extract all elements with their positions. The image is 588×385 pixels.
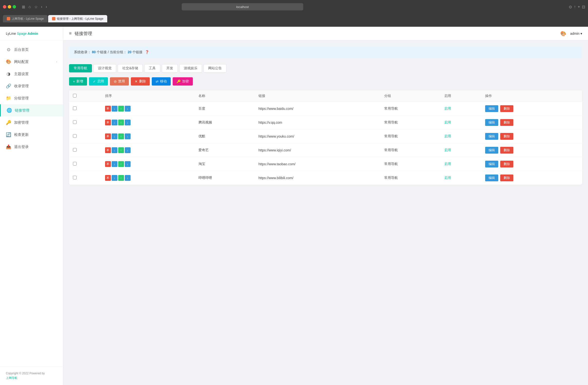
download-icon[interactable]: ⊙ <box>569 5 572 9</box>
col-checkbox <box>69 90 101 102</box>
encrypt-link-button[interactable]: 🔑 加密 <box>173 77 193 85</box>
sidebar-toggle-button[interactable]: ⊞ <box>21 4 26 10</box>
col-group: 分组 <box>380 90 441 102</box>
delete-button-1[interactable]: 删除 <box>500 105 513 112</box>
sort-down-button-3[interactable]: ↓ <box>125 133 131 139</box>
cat-tab-nav[interactable]: 常用导航 <box>69 64 92 72</box>
sort-up-button-4[interactable]: ↑ <box>118 147 124 153</box>
add-link-button[interactable]: + 新增 <box>69 77 87 85</box>
row-checkbox-6[interactable] <box>73 176 77 179</box>
row-checkbox-4[interactable] <box>73 148 77 152</box>
site-config-icon: 🎨 <box>6 59 11 64</box>
cat-tab-notice[interactable]: 网站公告 <box>204 64 226 72</box>
sort-last-button-1[interactable]: ↓ <box>112 106 117 112</box>
sort-up-button-1[interactable]: ↑ <box>118 106 124 112</box>
edit-button-6[interactable]: 编辑 <box>485 175 498 181</box>
back-button[interactable]: ‹ <box>40 4 43 9</box>
edit-button-5[interactable]: 编辑 <box>485 161 498 167</box>
sort-last-button-2[interactable]: ↓ <box>112 120 117 125</box>
cat-tab-design[interactable]: 设计视觉 <box>93 64 116 72</box>
batch-delete-button[interactable]: ✕ 删除 <box>131 77 150 85</box>
split-view-icon[interactable]: ⊡ <box>582 5 585 9</box>
sort-first-button-6[interactable]: 不 <box>105 175 111 181</box>
sidebar-item-update-label: 检查更新 <box>14 132 29 137</box>
sort-buttons-3: 不 ↓ ↑ ↓ <box>105 133 191 139</box>
sidebar-item-link[interactable]: 🌐 链接管理 <box>0 104 63 116</box>
disable-link-button[interactable]: ⊘ 禁用 <box>110 77 129 85</box>
maximize-window-button[interactable] <box>13 5 16 8</box>
close-window-button[interactable] <box>3 5 6 8</box>
help-icon[interactable]: ❓ <box>145 50 149 54</box>
forward-button[interactable]: › <box>45 4 48 9</box>
edit-button-3[interactable]: 编辑 <box>485 133 498 140</box>
sidebar-item-logout[interactable]: 📤 退出登录 <box>0 141 63 153</box>
cat-tab-tools[interactable]: 工具 <box>144 64 160 72</box>
bookmark-button[interactable]: ☆ <box>33 4 39 10</box>
cat-tab-dev[interactable]: 开发 <box>162 64 178 72</box>
delete-button-3[interactable]: 删除 <box>500 133 513 140</box>
edit-button-1[interactable]: 编辑 <box>485 105 498 112</box>
cat-tab-social[interactable]: 社交&存储 <box>118 64 143 72</box>
sort-first-button-2[interactable]: 不 <box>105 120 111 125</box>
header-left: ≡ 链接管理 <box>69 31 92 37</box>
sidebar-item-dashboard[interactable]: ⊙ 后台首页 <box>0 43 63 56</box>
user-menu[interactable]: admin ▾ <box>570 32 582 36</box>
edit-button-2[interactable]: 编辑 <box>485 119 498 126</box>
sort-first-button-3[interactable]: 不 <box>105 133 111 139</box>
logo-spage: Spage <box>16 32 27 36</box>
chevron-right-icon: › <box>56 60 57 63</box>
sort-last-button-3[interactable]: ↓ <box>112 133 117 139</box>
powered-by-link[interactable]: 上网导航 <box>6 376 57 380</box>
sidebar-item-site-config-label: 网站配置 <box>14 60 29 64</box>
move-link-button[interactable]: ⇄ 移动 <box>152 77 171 85</box>
row-status-4: 启用 <box>444 148 451 152</box>
sidebar-item-theme[interactable]: ◑ 主题设置 <box>0 68 63 80</box>
enable-link-button[interactable]: ✓ 启用 <box>89 77 108 85</box>
logo-admin: Admin <box>27 32 38 36</box>
sidebar-item-encrypt[interactable]: 🔑 加密管理 <box>0 116 63 129</box>
sort-first-button-5[interactable]: 不 <box>105 161 111 167</box>
new-tab-icon[interactable]: + <box>578 5 580 9</box>
sort-last-button-5[interactable]: ↓ <box>112 161 117 167</box>
tab-2[interactable]: 链接管理 - 上网导航 - LyLme Spage <box>48 15 107 22</box>
sort-down-button-1[interactable]: ↓ <box>125 106 131 112</box>
sort-down-button-5[interactable]: ↓ <box>125 161 131 167</box>
palette-icon[interactable]: 🎨 <box>560 31 566 37</box>
user-label: admin <box>570 32 580 36</box>
delete-icon: ✕ <box>135 80 138 83</box>
sort-up-button-2[interactable]: ↑ <box>118 120 124 125</box>
edit-button-4[interactable]: 编辑 <box>485 147 498 154</box>
row-checkbox-3[interactable] <box>73 134 77 138</box>
sort-up-button-3[interactable]: ↑ <box>118 133 124 139</box>
row-checkbox-1[interactable] <box>73 106 77 110</box>
home-button[interactable]: ⌂ <box>27 4 32 9</box>
sidebar-item-update[interactable]: 🔄 检查更新 <box>0 129 63 141</box>
encrypt-label: 加密 <box>182 79 189 84</box>
row-checkbox-5[interactable] <box>73 162 77 165</box>
sort-last-button-4[interactable]: ↓ <box>112 147 117 153</box>
sidebar-item-site-config[interactable]: 🎨 网站配置 › <box>0 56 63 68</box>
sort-first-button-4[interactable]: 不 <box>105 147 111 153</box>
sort-up-button-5[interactable]: ↑ <box>118 161 124 167</box>
delete-button-4[interactable]: 删除 <box>500 147 513 154</box>
menu-toggle-button[interactable]: ≡ <box>69 31 72 36</box>
sidebar-item-record[interactable]: 🔗 收录管理 <box>0 80 63 92</box>
delete-button-6[interactable]: 删除 <box>500 175 513 181</box>
share-icon[interactable]: ↑ <box>574 5 576 9</box>
sort-down-button-6[interactable]: ↓ <box>125 175 131 181</box>
sort-first-button-1[interactable]: 不 <box>105 106 111 112</box>
sort-down-button-4[interactable]: ↓ <box>125 147 131 153</box>
sidebar-item-group[interactable]: 📁 分组管理 <box>0 92 63 104</box>
cat-tab-game[interactable]: 游戏娱乐 <box>179 64 202 72</box>
delete-button-2[interactable]: 删除 <box>500 119 513 126</box>
address-bar[interactable]: localhost <box>182 3 303 10</box>
sort-last-button-6[interactable]: ↓ <box>112 175 117 181</box>
sort-down-button-2[interactable]: ↓ <box>125 120 131 125</box>
row-checkbox-2[interactable] <box>73 120 77 124</box>
tab-1[interactable]: 上网导航 - LyLme Spage <box>3 15 48 22</box>
select-all-checkbox[interactable] <box>73 94 77 98</box>
delete-button-5[interactable]: 删除 <box>500 161 513 167</box>
sort-up-button-6[interactable]: ↑ <box>118 175 124 181</box>
row-group-3: 常用导航 <box>380 130 441 143</box>
minimize-window-button[interactable] <box>8 5 11 8</box>
